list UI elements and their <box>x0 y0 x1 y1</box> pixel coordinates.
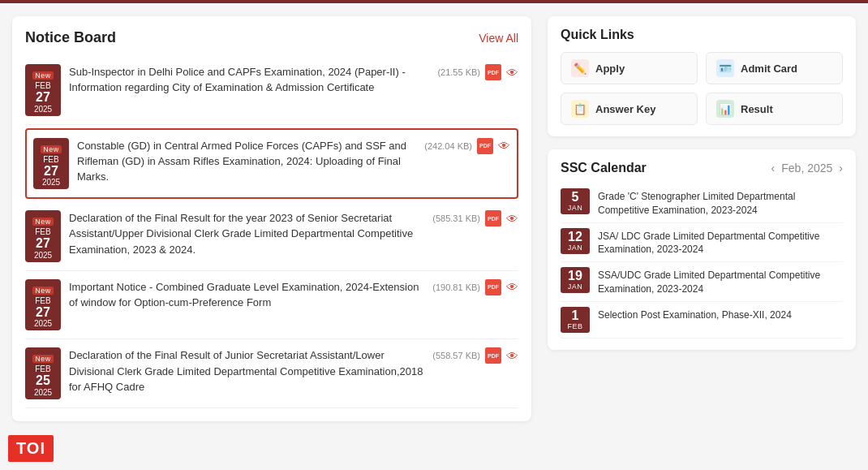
apply-icon: ✏️ <box>571 59 589 77</box>
calendar-month-label: Feb, 2025 <box>781 162 832 175</box>
admit-icon: 🪪 <box>716 59 734 77</box>
file-size: (21.55 KB) <box>437 67 480 77</box>
notice-date-badge: New Feb 27 2025 <box>25 279 61 331</box>
pdf-icon[interactable]: PDF <box>485 210 501 226</box>
calendar-header: SSC Calendar ‹ Feb, 2025 › <box>561 161 843 175</box>
quick-link-result[interactable]: 📊 Result <box>706 93 843 125</box>
admit-label: Admit Card <box>741 63 797 75</box>
answer-label: Answer Key <box>595 103 655 115</box>
notice-item: New Feb 27 2025 Important Notice - Combi… <box>25 271 518 340</box>
notice-content: Constable (GD) in Central Armed Police F… <box>77 138 416 185</box>
next-month-icon[interactable]: › <box>839 162 843 175</box>
calendar-item: 12 JAN JSA/ LDC Grade Limited Department… <box>561 223 843 263</box>
quick-links-title: Quick Links <box>561 28 843 42</box>
calendar-event-text: JSA/ LDC Grade Limited Departmental Comp… <box>598 228 843 257</box>
calendar-date: 1 FEB <box>561 307 590 333</box>
view-all-link[interactable]: View All <box>479 32 518 45</box>
notice-meta: (585.31 KB) PDF 👁 <box>432 210 518 226</box>
quick-link-apply[interactable]: ✏️ Apply <box>561 52 698 84</box>
notice-board-panel: Notice Board View All New Feb 27 2025 Su… <box>12 16 531 421</box>
notice-content: Sub-Inspector in Delhi Police and CAPFs … <box>69 64 429 95</box>
calendar-item: 1 FEB Selection Post Examination, Phase-… <box>561 302 843 338</box>
notice-content: Important Notice - Combined Graduate Lev… <box>69 279 424 310</box>
notice-text: Constable (GD) in Central Armed Police F… <box>77 140 406 183</box>
notice-item: New Feb 27 2025 Sub-Inspector in Delhi P… <box>25 56 518 125</box>
quick-link-answer[interactable]: 📋 Answer Key <box>561 93 698 125</box>
apply-label: Apply <box>595 63 625 75</box>
eye-icon[interactable]: 👁 <box>506 349 518 363</box>
main-container: Notice Board View All New Feb 27 2025 Su… <box>12 16 856 421</box>
file-size: (585.31 KB) <box>432 213 480 223</box>
pdf-icon[interactable]: PDF <box>477 138 493 154</box>
eye-icon[interactable]: 👁 <box>506 212 518 226</box>
eye-icon[interactable]: 👁 <box>506 66 518 80</box>
notice-item: New Feb 25 2025 Declaration of the Final… <box>25 339 518 408</box>
pdf-icon[interactable]: PDF <box>485 279 501 295</box>
notice-meta: (558.57 KB) PDF 👁 <box>432 347 518 364</box>
quick-links-grid: ✏️ Apply 🪪 Admit Card 📋 Answer Key 📊 Res… <box>561 52 843 125</box>
calendar-list: 5 JAN Grade 'C' Stenographer Limited Dep… <box>561 183 843 338</box>
notice-text: Sub-Inspector in Delhi Police and CAPFs … <box>69 66 406 93</box>
notice-content: Declaration of the Final Result for the … <box>69 210 424 257</box>
result-label: Result <box>741 103 773 115</box>
notice-header: Notice Board View All <box>25 29 518 46</box>
calendar-date: 19 JAN <box>561 267 590 293</box>
notice-date-badge: New Feb 27 2025 <box>25 210 61 262</box>
notice-meta: (242.04 KB) PDF 👁 <box>424 138 510 154</box>
notice-meta: (190.81 KB) PDF 👁 <box>432 279 518 295</box>
notice-board-title: Notice Board <box>25 29 116 46</box>
calendar-nav: ‹ Feb, 2025 › <box>771 162 843 175</box>
calendar-item: 19 JAN SSA/UDC Grade Limited Departmenta… <box>561 262 843 302</box>
notice-date-badge: New Feb 27 2025 <box>33 138 69 190</box>
eye-icon[interactable]: 👁 <box>498 139 510 153</box>
answer-icon: 📋 <box>571 100 589 118</box>
prev-month-icon[interactable]: ‹ <box>771 162 776 175</box>
notice-text: Declaration of the Final Result of Junio… <box>69 349 423 392</box>
calendar-date: 12 JAN <box>561 228 590 254</box>
pdf-icon[interactable]: PDF <box>485 64 501 80</box>
notice-content: Declaration of the Final Result of Junio… <box>69 347 424 395</box>
notice-item: New Feb 27 2025 Declaration of the Final… <box>25 202 518 271</box>
pdf-icon[interactable]: PDF <box>485 347 501 364</box>
ssc-calendar-section: SSC Calendar ‹ Feb, 2025 › 5 JAN Grade '… <box>548 149 856 350</box>
quick-link-admit[interactable]: 🪪 Admit Card <box>706 52 843 84</box>
notice-date-badge: New Feb 27 2025 <box>25 64 61 116</box>
calendar-event-text: SSA/UDC Grade Limited Departmental Compe… <box>598 267 843 296</box>
right-panel: Quick Links ✏️ Apply 🪪 Admit Card 📋 Answ… <box>548 16 856 421</box>
notice-text: Important Notice - Combined Graduate Lev… <box>69 281 419 308</box>
file-size: (242.04 KB) <box>424 141 472 151</box>
file-size: (190.81 KB) <box>432 282 480 292</box>
result-icon: 📊 <box>716 100 734 118</box>
eye-icon[interactable]: 👁 <box>506 280 518 294</box>
notice-meta: (21.55 KB) PDF 👁 <box>437 64 518 80</box>
calendar-date: 5 JAN <box>561 188 590 214</box>
calendar-event-text: Selection Post Examination, Phase-XII, 2… <box>598 307 792 322</box>
toi-badge: TOI <box>8 435 54 462</box>
quick-links-section: Quick Links ✏️ Apply 🪪 Admit Card 📋 Answ… <box>548 16 856 136</box>
calendar-event-text: Grade 'C' Stenographer Limited Departmen… <box>598 188 843 218</box>
notice-list: New Feb 27 2025 Sub-Inspector in Delhi P… <box>25 56 518 408</box>
notice-date-badge: New Feb 25 2025 <box>25 347 61 399</box>
calendar-item: 5 JAN Grade 'C' Stenographer Limited Dep… <box>561 183 843 223</box>
calendar-title: SSC Calendar <box>561 161 647 175</box>
file-size: (558.57 KB) <box>432 351 480 360</box>
notice-item: New Feb 27 2025 Constable (GD) in Centra… <box>25 128 518 200</box>
notice-text: Declaration of the Final Result for the … <box>69 212 413 255</box>
